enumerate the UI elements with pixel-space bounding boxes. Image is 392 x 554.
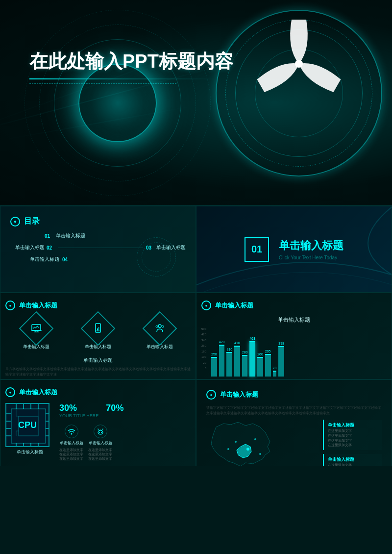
toc-num-2: 02 [47,245,52,251]
bar-col-1: 250 [211,353,217,377]
svg-point-45 [254,438,256,440]
bar-col-2: 420 [219,340,225,377]
cpu-chip-container: CPU 单击输入标题 [5,403,54,455]
bar-col-3: 316 [226,348,232,377]
map-content: ● 单击输入标题 请输字述输字文字述输字文字述输字文字述输字文字述输字文字述输字… [201,385,387,461]
bar-10 [278,346,284,377]
svg-rect-9 [98,327,99,330]
bar-8 [265,354,271,377]
svg-point-10 [158,325,161,327]
toc-num-1: 01 [45,233,50,239]
progress-items: 30% YOUR TITLE HERE 70% [59,403,191,461]
bar-3 [226,352,232,377]
y-420: 420 [201,333,206,336]
hero-title: 在此处输入PPT标题内容 [29,49,233,74]
map-item-title-2: 单击输入标题 [328,456,378,463]
percent-70: 70% [106,403,123,413]
prog-sub-2: 在这里添加文字在这里添加文字在这里添加文字 [88,448,112,461]
toc-item-1: 01 单击输入标题 [45,232,186,239]
chart-section-label: 单击输入标题 [215,301,253,310]
icons-sub-label: 单击输入标题 [5,355,191,364]
chart-section-circle: ● [201,301,211,310]
icons-section-dot: ● [9,303,12,308]
prog-icon-2 [94,425,107,438]
prog-icon-row: 单击输入标题 在这里添加文字在这里添加文字在这里添加文字 [59,425,191,461]
progress-30-val: 30% [59,403,98,413]
icon-item-3: 单击输入标题 [147,316,173,350]
svg-point-37 [71,433,72,435]
toc-label-2: 单击输入标题 [15,244,45,251]
slide-toc: ● 目录 01 单击输入标题 单击输入标题 02 03 单击输入标题 [0,206,196,293]
svg-point-38 [98,430,103,434]
china-map-svg [206,420,285,466]
toc-connector [58,248,143,248]
fan-svg [250,15,348,113]
slide-chart: ● 单击输入标题 单击输入标题 500 420 340 260 180 100 … [196,293,392,379]
svg-point-46 [227,448,229,450]
chart-section-dot: ● [205,303,208,308]
svg-point-44 [235,441,237,443]
map-item-2: 单击输入标题 在这里添加文字在这里添加文字在这里添加文字在这里添加文字 [323,454,382,466]
mobile-chart-icon [92,323,104,334]
bar-2 [219,345,225,377]
cpu-section-header: ● 单击输入标题 [5,387,191,397]
toc-label-1: 单击输入标题 [56,232,85,239]
diamond-2 [81,311,116,346]
title-here: YOUR TITLE HERE [59,413,98,418]
y-0: 0 [201,367,206,370]
slide-hero: 在此处输入PPT标题内容 [0,0,392,206]
china-map-container: 单击输入标题 在这里添加文字在这里添加文字在这里添加文字在这里添加文字 [206,420,319,466]
cpu-text: CPU [18,420,37,430]
slide-map: ● 单击输入标题 请输字述输字文字述输字文字述输字文字述输字文字述输字文字述输字… [196,379,392,466]
cpu-layout: CPU 单击输入标题 30% YOUR TITLE HERE [5,403,191,461]
bar-col-8: 295 [265,350,271,377]
icon-item-2: 单击输入标题 [85,316,111,350]
toc-num-4: 04 [62,257,68,262]
bar-col-5: 280 [242,351,248,377]
y-100: 100 [201,355,206,358]
svg-point-41 [98,428,98,429]
hero-glow [78,64,157,142]
y-500: 500 [201,327,206,330]
cpu-section-dot: ● [9,390,12,395]
icons-sub-text: 单击输入标题 [83,357,113,363]
bar-7 [257,357,263,377]
progress-70-val: 70% [106,403,123,413]
cpu-chip: CPU [5,403,49,447]
bar-9 [273,371,277,377]
toc-label-4: 单击输入标题 [30,256,59,263]
progress-30: 30% YOUR TITLE HERE [59,403,98,418]
bar-6 [249,341,255,377]
bar-col-6: 463 [249,337,255,377]
prog-label-1: 单击输入标题 [60,440,83,446]
laptop-chart-icon [30,323,42,334]
slide-section-header: 01 单击输入标题 Click Your Text Here Today [196,206,392,293]
icons-section-header: ● 单击输入标题 [5,301,191,310]
y-20: 20 [201,361,206,364]
icons-row: 单击输入标题 单击输入标题 [5,316,191,350]
hero-dashed-line [29,83,176,84]
bar-col-9: 78 [273,366,277,377]
map-section-circle: ● [206,390,216,400]
percent-30: 30% [59,403,77,413]
prog-item-1: 单击输入标题 在这里添加文字在这里添加文字在这里添加文字 [59,425,83,461]
svg-point-12 [162,326,164,327]
map-layout: 单击输入标题 在这里添加文字在这里添加文字在这里添加文字在这里添加文字 单击输入… [206,420,382,466]
icons-desc: 单方字述输字文字述输字文字述输字文字述输字文字述输字文字述输字文字述输字文字述输… [5,366,191,377]
map-item-1: 单击输入标题 在这里添加文字在这里添加文字在这里添加文字在这里添加文字 [323,420,382,450]
android-icon [97,428,104,435]
bar-1 [211,357,217,377]
people-icon [154,323,166,334]
progress-70: 70% [106,403,123,418]
prog-sub-1: 在这里添加文字在这里添加文字在这里添加文字 [59,448,83,461]
svg-point-47 [259,453,261,455]
y-180: 180 [201,350,206,353]
diamond-1 [19,311,54,346]
prog-icon-1 [65,425,78,438]
toc-title: 目录 [24,216,40,227]
chart-title: 单击输入标题 [201,316,387,324]
map-sidebar: 单击输入标题 在这里添加文字在这里添加文字在这里添加文字在这里添加文字 单击输入… [323,420,382,466]
toc-circle-inner [142,242,171,272]
icons-section-label: 单击输入标题 [19,301,57,310]
diamond-3 [143,311,177,346]
